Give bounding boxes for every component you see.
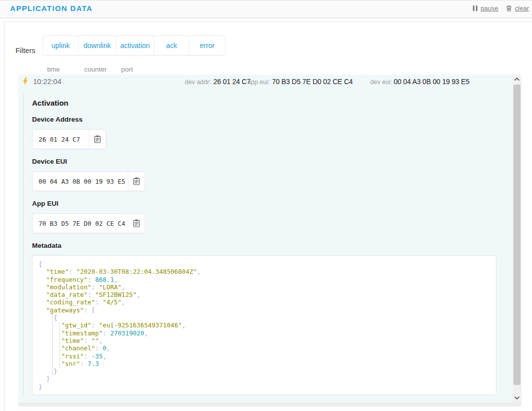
column-header-counter: counter bbox=[84, 66, 107, 73]
top-bar: APPLICATION DATA pause clear bbox=[0, 0, 532, 19]
device-eui-label: Device EUI bbox=[32, 158, 67, 165]
device-address-label: Device Address bbox=[32, 116, 83, 123]
dev-eui-value: 00 04 A3 0B 00 19 93 E5 bbox=[394, 78, 469, 86]
app-eui-field-value: 70 B3 D5 7E D0 02 CE C4 bbox=[33, 214, 128, 233]
scroll-up-button[interactable] bbox=[512, 75, 521, 83]
clear-label: clear bbox=[515, 5, 529, 12]
copy-device-eui-button[interactable] bbox=[128, 172, 145, 191]
event-time: 10:22:04 bbox=[33, 78, 61, 86]
device-address-field: 26 01 24 C7 bbox=[32, 129, 106, 149]
device-eui-field: 00 04 A3 0B 00 19 93 E5 bbox=[32, 171, 145, 191]
metadata-code-box: { "time": "2020-03-30T08:22:04.348506804… bbox=[32, 255, 496, 395]
clipboard-icon bbox=[94, 135, 101, 143]
detail-indent-line bbox=[23, 93, 24, 396]
filter-error[interactable]: error bbox=[189, 36, 225, 55]
app-eui-field-label: App EUI bbox=[32, 200, 59, 207]
filters-label: Filters bbox=[16, 47, 35, 55]
pause-button[interactable]: pause bbox=[473, 5, 498, 12]
column-header-time: time bbox=[47, 66, 60, 73]
device-address-value: 26 01 24 C7 bbox=[33, 130, 89, 149]
filter-activation[interactable]: activation bbox=[116, 36, 154, 55]
dev-addr-value: 26 01 24 C7 bbox=[213, 78, 250, 86]
dev-addr-label: dev addr: bbox=[185, 79, 211, 86]
horizontal-scrollbar-track[interactable] bbox=[18, 402, 521, 406]
app-eui-field: 70 B3 D5 7E D0 02 CE C4 bbox=[32, 213, 145, 233]
device-eui-value: 00 04 A3 0B 00 19 93 E5 bbox=[33, 172, 128, 191]
event-row-header[interactable]: 10:22:04 dev addr: 26 01 24 C7 app eui: … bbox=[18, 75, 512, 88]
filter-group: uplink downlink activation ack error bbox=[43, 36, 225, 56]
scrollbar-thumb[interactable] bbox=[513, 85, 520, 385]
data-panel: Filters uplink downlink activation ack e… bbox=[4, 22, 532, 411]
scroll-down-button[interactable] bbox=[512, 394, 521, 402]
filter-ack[interactable]: ack bbox=[154, 36, 189, 55]
copy-device-address-button[interactable] bbox=[89, 130, 106, 149]
page-title: APPLICATION DATA bbox=[10, 4, 93, 13]
copy-app-eui-button[interactable] bbox=[128, 214, 145, 233]
application-data-page: APPLICATION DATA pause clear Filters upl… bbox=[0, 0, 532, 411]
detail-heading: Activation bbox=[32, 99, 69, 107]
topbar-controls: pause clear bbox=[473, 5, 529, 12]
pause-icon bbox=[473, 6, 477, 11]
event-list: 10:22:04 dev addr: 26 01 24 C7 app eui: … bbox=[18, 75, 521, 406]
app-eui-label: app eui: bbox=[247, 79, 270, 86]
clipboard-icon bbox=[133, 177, 140, 185]
trash-icon bbox=[506, 5, 512, 12]
clipboard-icon bbox=[133, 219, 140, 227]
column-header-port: port bbox=[121, 66, 133, 73]
clear-button[interactable]: clear bbox=[506, 5, 529, 12]
filter-downlink[interactable]: downlink bbox=[78, 36, 116, 55]
pause-label: pause bbox=[480, 5, 498, 12]
dev-eui-label: dev eui: bbox=[370, 79, 392, 86]
event-row-expanded: 10:22:04 dev addr: 26 01 24 C7 app eui: … bbox=[18, 75, 512, 402]
metadata-code: { "time": "2020-03-30T08:22:04.348506804… bbox=[33, 256, 496, 394]
metadata-label: Metadata bbox=[32, 242, 62, 249]
app-eui-value: 70 B3 D5 7E D0 02 CE C4 bbox=[272, 78, 353, 86]
activation-bolt-icon bbox=[23, 78, 28, 87]
filter-uplink[interactable]: uplink bbox=[43, 36, 78, 55]
vertical-scrollbar[interactable] bbox=[512, 75, 521, 402]
